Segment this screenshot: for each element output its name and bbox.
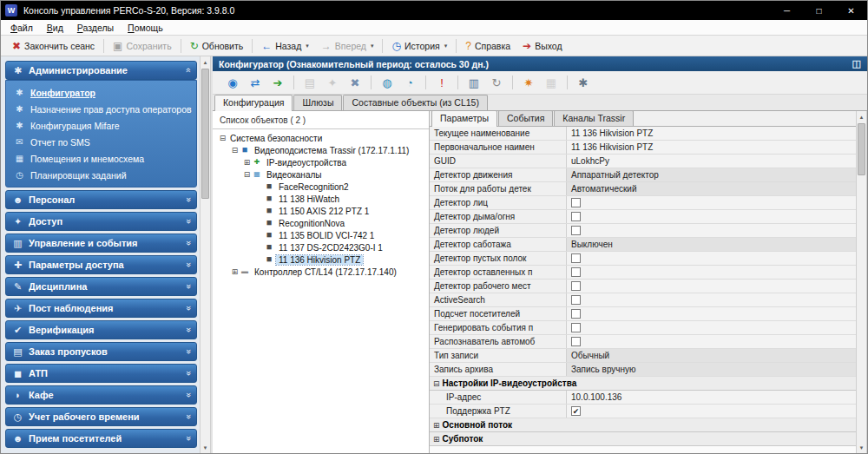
scroll-up-icon[interactable]: ▲ (857, 111, 866, 122)
property-value[interactable] (567, 307, 856, 320)
expand-chevron-icon[interactable]: » (184, 414, 193, 419)
expand-chevron-icon[interactable]: » (184, 392, 193, 398)
tree-item[interactable]: ◼11 150 AXIS 212 PTZ 1 (213, 205, 429, 217)
scroll-up-icon[interactable]: ▲ (201, 56, 210, 68)
expand-chevron-icon[interactable]: » (184, 327, 193, 332)
property-value[interactable]: 11 136 Hikvision PTZ (567, 127, 856, 140)
expand-chevron-icon[interactable]: » (184, 197, 193, 202)
collapse-expander-icon[interactable]: ⊟ (433, 379, 440, 388)
property-value[interactable] (567, 280, 856, 293)
menu-item-sections[interactable]: Разделы (70, 22, 121, 34)
checkbox[interactable] (571, 337, 581, 346)
web-browser-icon[interactable]: ◍ (378, 77, 397, 89)
help-button[interactable]: ?Справка (459, 39, 516, 53)
property-value[interactable] (567, 266, 856, 279)
scroll-down-icon[interactable]: ▼ (857, 442, 866, 453)
sidebar-section-access[interactable]: ✦Доступ» (5, 212, 197, 231)
service-icon[interactable]: ✱ (574, 77, 593, 89)
property-value[interactable]: 11 136 Hikvision PTZ (567, 141, 856, 154)
expand-chevron-icon[interactable]: » (184, 219, 193, 224)
property-value[interactable]: Запись вручную (567, 363, 856, 376)
collapse-chevron-icon[interactable]: » (184, 68, 193, 73)
expand-chevron-icon[interactable]: » (184, 436, 193, 441)
tab-events[interactable]: События (498, 111, 553, 126)
expand-chevron-icon[interactable]: » (184, 240, 193, 246)
scroll-down-icon[interactable]: ▼ (201, 442, 210, 453)
property-value[interactable] (567, 210, 856, 223)
expand-expander-icon[interactable]: ⊞ (433, 435, 440, 444)
sidebar-item-premises[interactable]: ▦Помещения и мнемосхема (6, 150, 196, 167)
web-camera-icon[interactable]: ◔ (400, 77, 419, 89)
back-button[interactable]: ←Назад▾ (255, 39, 315, 53)
checkbox[interactable] (571, 226, 581, 235)
sidebar-section-personnel[interactable]: ☻Персонал» (5, 190, 197, 209)
history-button[interactable]: ◷История▾ (385, 39, 453, 53)
expand-chevron-icon[interactable]: » (184, 262, 193, 267)
property-value[interactable]: 10.0.100.136 (567, 391, 856, 404)
checkbox[interactable] (571, 323, 581, 332)
properties-scroll-thumb[interactable] (858, 123, 865, 175)
property-value[interactable]: uLokhcPy (567, 155, 856, 168)
expand-chevron-icon[interactable]: » (184, 349, 193, 354)
sidebar-scrollbar[interactable]: ▲ ▼ (200, 56, 211, 453)
expand-chevron-icon[interactable]: » (184, 306, 193, 311)
property-value[interactable]: Автоматический (567, 182, 856, 195)
tree-item[interactable]: ⊟▦Видеоканалы (213, 168, 429, 181)
checkbox[interactable] (571, 253, 581, 263)
maximize-button[interactable]: □ (803, 1, 835, 20)
tree-item[interactable]: ◼FaceRecognition2 (213, 181, 429, 193)
property-value[interactable]: ✔ (567, 405, 856, 418)
sidebar-section-observation-post[interactable]: ✈Пост наблюдения» (5, 299, 197, 318)
end-session-button[interactable]: ✖Закончить сеанс (6, 39, 101, 53)
checkbox[interactable] (571, 309, 581, 319)
tree-item[interactable]: ◼11 138 HiWatch (213, 193, 429, 205)
tree-item[interactable]: ⊟◼Видеоподсистема Trassir (172.17.1.11) (213, 144, 429, 156)
sidebar-section-management-events[interactable]: ▥Управление и события» (5, 234, 197, 253)
sidebar-section-pass-orders[interactable]: ▤Заказ пропусков» (5, 342, 197, 361)
monitors-icon[interactable]: ▥ (464, 77, 483, 89)
property-value[interactable]: Выключен (567, 238, 856, 251)
checkbox[interactable] (571, 212, 581, 221)
property-value[interactable]: Обычный (567, 349, 856, 362)
sync-icon[interactable]: ↻ (487, 77, 506, 89)
sidebar-item-mifare-config[interactable]: ✱Конфигурация Mifare (6, 117, 196, 134)
sidebar-section-visitors[interactable]: ☻Прием посетителей» (5, 429, 197, 448)
sidebar-item-scheduler[interactable]: ◷Планировщик заданий (6, 167, 196, 183)
expand-chevron-icon[interactable]: » (184, 284, 193, 289)
properties-scrollbar[interactable]: ▲ ▼ (856, 111, 867, 453)
collapse-expander-icon[interactable]: ⊟ (242, 171, 252, 179)
sidebar-item-operator-rights[interactable]: ✱Назначение прав доступа операторов (6, 101, 196, 117)
sidebar-section-access-params[interactable]: ✚Параметры доступа» (5, 255, 197, 274)
sidebar-section-cafe[interactable]: ◗Кафе» (5, 385, 197, 405)
checkbox[interactable] (571, 281, 581, 291)
close-button[interactable]: ✕ (835, 1, 867, 20)
property-group[interactable]: ⊞Основной поток (430, 418, 856, 432)
expand-expander-icon[interactable]: ⊞ (230, 268, 240, 276)
property-value[interactable] (567, 293, 856, 306)
sidebar-scroll-thumb[interactable] (201, 69, 209, 199)
tree-item[interactable]: ◼RecognitionNova (213, 217, 429, 229)
property-value[interactable] (567, 321, 856, 334)
header-monitor-icon[interactable]: ◫ (852, 58, 861, 69)
refresh-button[interactable]: ↻Обновить (184, 39, 250, 53)
sidebar-item-configurator[interactable]: ✱Конфигуратор (6, 84, 196, 101)
delete-icon[interactable]: ✖ (345, 77, 365, 89)
collapse-expander-icon[interactable]: ⊟ (218, 135, 227, 142)
transfer-config-icon[interactable]: ⇄ (246, 77, 265, 89)
menu-item-file[interactable]: Файл (3, 22, 40, 34)
properties-scroll-track[interactable] (857, 122, 866, 442)
sidebar-section-time-tracking[interactable]: ◷Учет рабочего времени» (5, 407, 197, 426)
property-value[interactable]: Аппаратный детектор (567, 168, 856, 181)
tree-item[interactable]: ⊟Система безопасности (213, 132, 429, 144)
expand-expander-icon[interactable]: ⊞ (242, 159, 252, 167)
sidebar-section-administration[interactable]: ✱Администрирование» (5, 61, 197, 80)
tree-item[interactable]: ◼11 137 DS-2CD2423G0-I 1 (213, 241, 429, 253)
tab-trassir-channels[interactable]: Каналы Trassir (554, 111, 634, 126)
verify-icon[interactable]: ! (432, 77, 451, 89)
tab-gateways[interactable]: Шлюзы (293, 95, 342, 110)
checkbox[interactable] (571, 295, 581, 305)
tree-item[interactable]: ◼11 136 Hikvision PTZ (213, 253, 429, 266)
property-group[interactable]: ⊟Настройки IP-видеоустройства (430, 377, 856, 391)
property-value[interactable] (567, 252, 856, 265)
property-value[interactable] (567, 196, 856, 209)
